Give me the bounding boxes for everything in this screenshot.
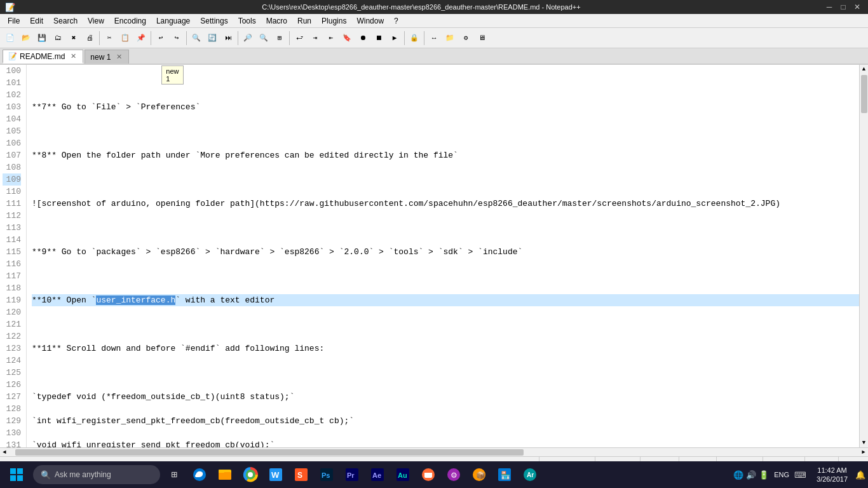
svg-text:🏪: 🏪 — [501, 470, 510, 480]
vertical-scrollbar[interactable]: ▲ ▼ — [859, 65, 868, 447]
taskbar-scratch[interactable]: S — [290, 463, 313, 486]
toolbar-sep7 — [424, 31, 424, 45]
maximize-button[interactable]: □ — [837, 1, 849, 13]
taskbar-search-placeholder: Ask me anything — [55, 470, 111, 479]
clock[interactable]: 11:42 AM 3/26/2017 — [811, 466, 853, 484]
toolbar-zoomrestore[interactable]: ⊞ — [272, 30, 287, 46]
battery-icon[interactable]: 🔋 — [759, 470, 769, 480]
menu-settings[interactable]: Settings — [195, 14, 233, 27]
toolbar-paste[interactable]: 📌 — [133, 30, 149, 46]
toolbar-wordwrap[interactable]: ⮐ — [292, 30, 307, 46]
menu-plugins[interactable]: Plugins — [316, 14, 351, 27]
date-display: 3/26/2017 — [817, 475, 848, 484]
toolbar-findnext[interactable]: ⏭ — [220, 30, 236, 46]
scroll-down-button[interactable]: ▼ — [860, 438, 869, 447]
toolbar-undo[interactable]: ↩ — [153, 30, 168, 46]
taskbar-chrome[interactable] — [239, 463, 262, 486]
close-button[interactable]: ✕ — [851, 1, 863, 13]
toolbar-replace[interactable]: 🔄 — [205, 30, 220, 46]
network-icon[interactable]: 🌐 — [733, 470, 743, 480]
menu-search[interactable]: Search — [48, 14, 83, 27]
svg-text:Ar: Ar — [527, 471, 534, 478]
toolbar-syncscroll[interactable]: ↔ — [426, 30, 442, 46]
menu-language[interactable]: Language — [151, 14, 195, 27]
toolbar-zoomout[interactable]: 🔍 — [256, 30, 271, 46]
lang-indicator[interactable]: ENG — [771, 471, 792, 478]
minimize-button[interactable]: ─ — [824, 1, 835, 13]
taskbar-edge[interactable] — [188, 463, 211, 486]
taskbar-app11[interactable]: ⚙ — [442, 463, 465, 486]
svg-text:Ae: Ae — [372, 471, 381, 479]
toolbar-macro-record[interactable]: ⏺ — [355, 30, 370, 46]
notification-button[interactable]: 🔔 — [855, 470, 865, 480]
tab-close-new1[interactable]: ✕ — [114, 53, 123, 62]
notification-area: 🌐 🔊 🔋 ENG ⌨ — [731, 470, 809, 480]
volume-icon[interactable]: 🔊 — [746, 470, 756, 480]
code-line-105: ![screenshot of arduino, opening folder … — [32, 198, 859, 210]
tab-readme[interactable]: 📝 README.md ✕ — [3, 50, 83, 64]
toolbar-copy[interactable]: 📋 — [118, 30, 133, 46]
menu-edit[interactable]: Edit — [25, 14, 48, 27]
taskbar-premiere[interactable]: Pr — [341, 463, 363, 486]
toolbar-fullpath[interactable]: 📁 — [442, 30, 458, 46]
scroll-thumb[interactable] — [861, 75, 867, 113]
toolbar-readonly[interactable]: 🔒 — [407, 30, 422, 46]
code-line-115: `void wifi_unregister_send_pkt_freedom_c… — [32, 439, 859, 447]
toolbar-cut[interactable]: ✂ — [102, 30, 117, 46]
taskbar-store[interactable]: 🏪 — [493, 463, 516, 486]
menu-run[interactable]: Run — [292, 14, 316, 27]
toolbar-macro-stop[interactable]: ⏹ — [371, 30, 386, 46]
scroll-left-button[interactable]: ◄ — [0, 448, 9, 457]
toolbar-sep2 — [151, 31, 151, 45]
tab-new1[interactable]: new 1 ✕ new 1 — [85, 50, 129, 64]
menu-macro[interactable]: Macro — [261, 14, 292, 27]
taskbar-audition[interactable]: Au — [391, 463, 414, 486]
toolbar-outdent[interactable]: ⇤ — [323, 30, 339, 46]
toolbar-sep5 — [289, 31, 290, 45]
menu-window[interactable]: Window — [351, 14, 389, 27]
toolbar-print[interactable]: 🖨 — [82, 30, 97, 46]
menu-view[interactable]: View — [83, 14, 109, 27]
toolbar-new[interactable]: 📄 — [3, 30, 18, 46]
taskbar-search[interactable]: 🔍 Ask me anything — [33, 465, 160, 484]
editor-content[interactable]: **7** Go to `File` > `Preferences` **8**… — [27, 65, 859, 447]
toolbar-zoomin[interactable]: 🔎 — [240, 30, 255, 46]
tab-close-readme[interactable]: ✕ — [69, 52, 78, 61]
scroll-right-button[interactable]: ► — [859, 448, 868, 457]
taskbar-arduino[interactable]: Ar — [519, 463, 541, 486]
toolbar-find[interactable]: 🔍 — [189, 30, 204, 46]
toolbar-bookmark[interactable]: 🔖 — [339, 30, 355, 46]
menu-tools[interactable]: Tools — [233, 14, 261, 27]
start-button[interactable] — [3, 463, 31, 487]
toolbar-redo[interactable]: ↪ — [169, 30, 184, 46]
menu-help[interactable]: ? — [389, 14, 403, 27]
toolbar-sep4 — [238, 31, 238, 45]
toolbar-macro-play[interactable]: ▶ — [387, 30, 402, 46]
toolbar-misc2[interactable]: 🖥 — [474, 30, 489, 46]
taskview-button[interactable]: ⊞ — [163, 463, 186, 486]
toolbar-open[interactable]: 📂 — [18, 30, 34, 46]
toolbar-close[interactable]: ✖ — [66, 30, 81, 46]
toolbar-save[interactable]: 💾 — [34, 30, 50, 46]
svg-rect-0 — [10, 468, 16, 474]
menu-file[interactable]: File — [3, 14, 25, 27]
taskbar-photoshop[interactable]: Ps — [315, 463, 338, 486]
title-bar: 📝 C:\Users\rex\Desktop\esp8266_deauther-… — [0, 0, 868, 14]
scroll-up-button[interactable]: ▲ — [860, 65, 869, 74]
toolbar-indent[interactable]: ⇥ — [308, 30, 323, 46]
taskbar-word[interactable]: W — [264, 463, 287, 486]
keyboard-icon[interactable]: ⌨ — [794, 470, 806, 480]
toolbar-misc1[interactable]: ⚙ — [458, 30, 473, 46]
scroll-horizontal-thumb[interactable] — [15, 449, 524, 456]
toolbar-saveall[interactable]: 🗂 — [50, 30, 65, 46]
tab-icon: 📝 — [8, 52, 17, 60]
menu-encoding[interactable]: Encoding — [109, 14, 151, 27]
code-line-108 — [32, 270, 859, 282]
code-line-110 — [32, 318, 859, 330]
horizontal-scrollbar[interactable]: ◄ ► — [0, 447, 868, 456]
taskbar-explorer[interactable] — [214, 463, 236, 486]
svg-rect-1 — [17, 468, 23, 474]
taskbar-app12[interactable]: 📦 — [468, 463, 491, 486]
taskbar-ae[interactable]: Ae — [366, 463, 389, 486]
taskbar-msg[interactable] — [417, 463, 440, 486]
